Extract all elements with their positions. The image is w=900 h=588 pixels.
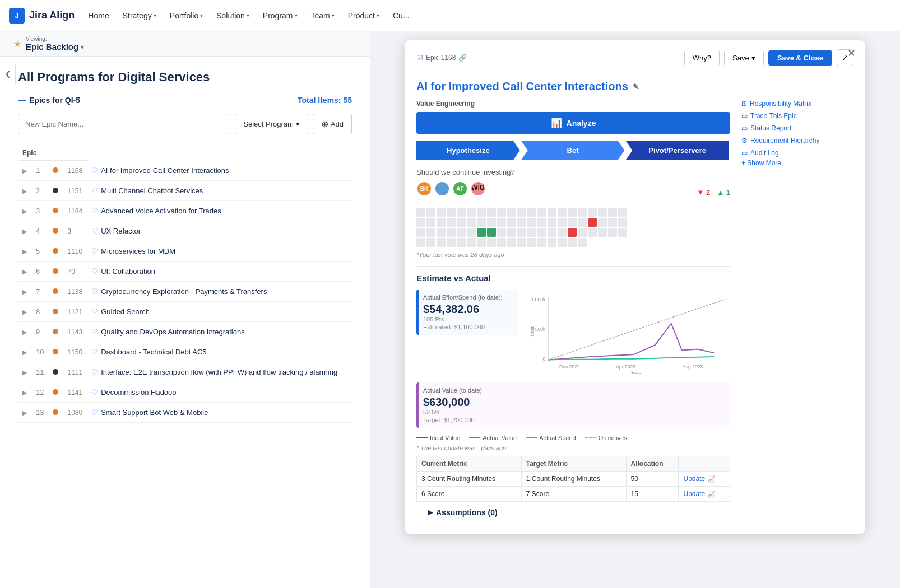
table-row[interactable]: ▶ 4 3 ♡ UX Refactor <box>18 221 352 241</box>
legend-ideal-value-line <box>416 437 428 438</box>
row-expand-icon[interactable]: ▶ <box>22 288 27 295</box>
new-epic-input[interactable] <box>18 114 230 134</box>
nav-portfolio[interactable]: Portfolio▾ <box>170 11 203 20</box>
modal-main: Value Engineering 📊 Analyze Hypothesize … <box>416 97 730 522</box>
nav-home[interactable]: Home <box>88 11 109 20</box>
close-button[interactable]: ✕ <box>847 47 856 59</box>
vote-grid <box>416 208 629 247</box>
nav-cu[interactable]: Cu... <box>393 11 410 20</box>
vote-square <box>578 218 587 227</box>
table-row[interactable]: ▶ 3 1184 ♡ Advanced Voice Activation for… <box>18 201 352 221</box>
star-icon[interactable]: ★ <box>13 39 21 49</box>
nav-product[interactable]: Product▾ <box>348 11 379 20</box>
vote-square <box>517 238 526 247</box>
edit-icon[interactable]: ✎ <box>633 82 639 91</box>
metrics-header-target: Target Metric <box>521 456 626 472</box>
side-link-label: Requirement Hierarchy <box>750 137 819 144</box>
pipeline-pivot[interactable]: Pivot/Perservere <box>625 141 729 160</box>
show-more-link[interactable]: + Show More <box>741 159 853 167</box>
vote-square <box>437 228 446 237</box>
chart-icon[interactable]: 📈 <box>707 475 715 482</box>
side-link[interactable]: ▭Audit Log <box>741 149 853 157</box>
update-link[interactable]: Update <box>683 490 705 498</box>
row-expand-icon[interactable]: ▶ <box>22 228 27 235</box>
vote-square <box>416 208 425 217</box>
vote-square <box>477 208 486 217</box>
pipeline-bet[interactable]: Bet <box>521 141 625 160</box>
save-close-button[interactable]: Save & Close <box>768 50 832 66</box>
legend-actual-value-label: Actual Value <box>483 435 517 441</box>
side-link[interactable]: ⚙Requirement Hierarchy <box>741 137 853 144</box>
epic-heart-icon: ♡ <box>91 307 98 316</box>
save-button[interactable]: Save ▾ <box>724 50 764 66</box>
vote-square <box>507 218 516 227</box>
epic-title: Microservices for MDM <box>101 247 175 255</box>
row-expand-icon[interactable]: ▶ <box>22 389 27 396</box>
modal-card: ☑ Epic 1168 🔗 Why? Save ▾ Save & Close ⤢… <box>405 40 865 534</box>
logo-area[interactable]: J Jira Align <box>9 8 75 24</box>
estimate-vs-actual-title: Estimate vs Actual <box>416 266 730 283</box>
estimate-chart: 1,000k 500k 0 Dec 2022 Apr 2023 Aug 2023… <box>527 290 730 374</box>
analyze-button[interactable]: 📊 Analyze <box>416 112 730 134</box>
table-row[interactable]: ▶ 9 1143 ♡ Quality and DevOps Automation… <box>18 322 352 342</box>
update-link[interactable]: Update <box>683 475 705 483</box>
epic-heart-icon: ♡ <box>91 186 98 195</box>
nav-strategy[interactable]: Strategy▾ <box>123 11 156 20</box>
why-button[interactable]: Why? <box>684 50 720 66</box>
epic-name: ♡ Advanced Voice Activation for Trades <box>91 207 347 215</box>
nav-team[interactable]: Team▾ <box>311 11 335 20</box>
nav-solution[interactable]: Solution▾ <box>216 11 249 20</box>
vote-square <box>487 228 496 237</box>
side-link[interactable]: ⊞Responsibility Matrix <box>741 100 853 108</box>
metric-current: 3 Count Routing Minutes <box>417 472 522 487</box>
right-modal-area: ☑ Epic 1168 🔗 Why? Save ▾ Save & Close ⤢… <box>370 31 900 588</box>
add-epic-button[interactable]: ⊕ Add <box>313 114 352 134</box>
side-link[interactable]: ▭Trace This Epic <box>741 112 853 120</box>
chart-legend: Ideal Value Actual Value Actual Spend <box>416 435 730 441</box>
table-row[interactable]: ▶ 1 1168 ♡ AI for Improved Call Center I… <box>18 161 352 181</box>
row-expand-icon[interactable]: ▶ <box>22 349 27 356</box>
logo-text: Jira Align <box>29 10 75 21</box>
table-row[interactable]: ▶ 2 1151 ♡ Multi Channel Chatbot Service… <box>18 181 352 201</box>
viewing-dropdown[interactable]: ▾ <box>81 43 84 51</box>
metrics-header-allocation: Allocation <box>626 456 679 472</box>
side-link[interactable]: ▭Status Report <box>741 124 853 132</box>
vote-square <box>588 218 597 227</box>
link-icon[interactable]: 🔗 <box>458 54 467 62</box>
row-expand-icon[interactable]: ▶ <box>22 309 27 315</box>
table-row[interactable]: ▶ 13 1080 ♡ Smart Support Bot Web & Mobi… <box>18 403 352 423</box>
row-expand-icon[interactable]: ▶ <box>22 268 27 275</box>
last-update-note: * The last update was - days ago <box>416 445 730 451</box>
avatar-bk: BK <box>416 181 432 197</box>
sidebar-toggle[interactable]: ❮ <box>0 63 16 85</box>
row-expand-icon[interactable]: ▶ <box>22 369 27 376</box>
epic-name: ♡ Interface: E2E transcription flow (wit… <box>91 368 347 376</box>
vote-up[interactable]: ▲ 1 <box>717 188 730 197</box>
select-program-button[interactable]: Select Program ▾ <box>235 114 308 134</box>
row-expand-icon[interactable]: ▶ <box>22 188 27 194</box>
assumptions-row[interactable]: ▶ Assumptions (0) <box>416 502 730 522</box>
table-row[interactable]: ▶ 10 1150 ♡ Dashboard - Technical Debt A… <box>18 342 352 362</box>
vote-down[interactable]: ▼ 2 <box>697 188 711 197</box>
top-navigation: J Jira Align Home Strategy▾ Portfolio▾ S… <box>0 0 900 31</box>
row-expand-icon[interactable]: ▶ <box>22 329 27 335</box>
vote-square <box>618 208 627 217</box>
epic-input-row: Select Program ▾ ⊕ Add <box>18 114 352 134</box>
table-row[interactable]: ▶ 8 1121 ♡ Guided Search <box>18 302 352 322</box>
table-row[interactable]: ▶ 6 70 ♡ UI: Collaboration <box>18 262 352 282</box>
epic-name: ♡ Smart Support Bot Web & Mobile <box>91 408 347 417</box>
table-row[interactable]: ▶ 12 1141 ♡ Decommission Hadoop <box>18 382 352 403</box>
vote-square <box>608 218 617 227</box>
row-expand-icon[interactable]: ▶ <box>22 409 27 416</box>
table-row[interactable]: ▶ 7 1138 ♡ Cryptocurrency Exploration - … <box>18 282 352 302</box>
row-expand-icon[interactable]: ▶ <box>22 248 27 255</box>
row-expand-icon[interactable]: ▶ <box>22 208 27 214</box>
pipeline-hypothesize[interactable]: Hypothesize <box>416 141 520 160</box>
table-row[interactable]: ▶ 5 1110 ♡ Microservices for MDM <box>18 241 352 262</box>
row-expand-icon[interactable]: ▶ <box>22 167 27 174</box>
chart-icon[interactable]: 📈 <box>707 491 715 497</box>
side-link-icon: ⊞ <box>741 100 747 108</box>
table-row[interactable]: ▶ 11 1111 ♡ Interface: E2E transcription… <box>18 362 352 382</box>
value-target: Target: $1,200,000 <box>423 417 726 423</box>
nav-program[interactable]: Program▾ <box>263 11 298 20</box>
